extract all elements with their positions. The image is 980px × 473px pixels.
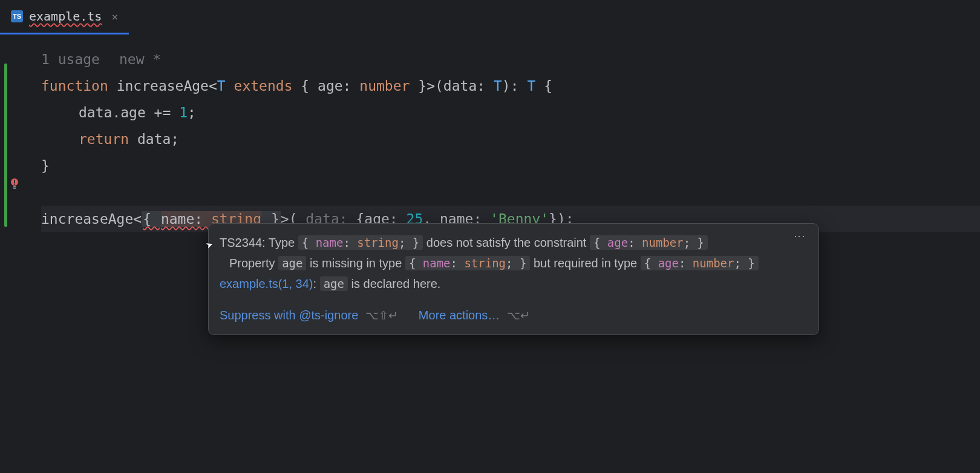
msg: is missing in type — [306, 256, 405, 270]
more-icon[interactable]: ⋮ — [789, 231, 810, 241]
tooltip-line-3: example.ts(1, 34): age is declared here. — [220, 273, 808, 294]
shortcut: ⌥⇧↵ — [365, 309, 398, 322]
err-open: { — [142, 211, 161, 227]
typescript-file-icon: TS — [11, 10, 23, 22]
svg-rect-3 — [13, 186, 16, 188]
type-chip: { name: string; } — [298, 235, 423, 250]
type-chip: { age: number; } — [641, 256, 759, 270]
generic-T: T — [217, 78, 226, 94]
call-increaseAge: increaseAge — [41, 211, 133, 227]
param-type: T — [494, 78, 502, 94]
punct: < — [133, 211, 142, 227]
punct: { — [544, 78, 552, 94]
msg: does not satisfy the constraint — [423, 236, 590, 249]
func-name: increaseAge — [117, 78, 209, 94]
tab-bar: TS example.ts × — [0, 0, 980, 35]
svg-rect-4 — [13, 188, 16, 189]
code-line[interactable]: } — [41, 152, 980, 179]
inlay-hints: 1 usagenew * — [41, 46, 980, 73]
code-area[interactable]: 1 usagenew * function increaseAge<T exte… — [41, 35, 980, 473]
type-number: number — [359, 78, 410, 94]
punct: } — [418, 78, 426, 94]
type-chip: { name: string; } — [405, 256, 531, 270]
shortcut: ⌥↵ — [507, 309, 530, 322]
code-line[interactable]: return data; — [41, 126, 980, 152]
punct: > — [426, 78, 435, 94]
kw-extends: extends — [234, 78, 293, 94]
prop-age: age — [318, 78, 343, 94]
err-prop: name — [161, 211, 194, 227]
prop-chip: age — [278, 256, 306, 270]
punct: : — [194, 211, 211, 227]
kw-return: return — [79, 131, 129, 147]
ret-type: T — [527, 78, 535, 94]
punct: { — [301, 78, 309, 94]
type-chip: { age: number; } — [590, 235, 708, 250]
error-code: TS2344 — [220, 236, 262, 249]
expr: data; — [129, 131, 179, 147]
expr: data.age += — [79, 105, 179, 120]
svg-rect-2 — [14, 184, 15, 185]
param-data: data — [443, 78, 477, 94]
punct: : — [343, 78, 351, 94]
tab-example-ts[interactable]: TS example.ts × — [0, 0, 129, 34]
msg: is declared here. — [348, 277, 440, 290]
tab-label: example.ts — [29, 9, 102, 24]
new-hint[interactable]: new * — [119, 51, 161, 67]
msg: : Type — [262, 236, 298, 249]
code-line[interactable]: function increaseAge<T extends { age: nu… — [41, 73, 980, 99]
suppress-action[interactable]: Suppress with @ts-ignore — [220, 308, 358, 322]
code-line[interactable]: data.age += 1; — [41, 99, 980, 126]
prop-chip: age — [320, 276, 348, 291]
punct: : — [477, 78, 485, 94]
vcs-change-marker[interactable] — [4, 64, 7, 227]
error-tooltip: ⋮ TS2344: Type { name: string; } does no… — [208, 223, 819, 335]
svg-rect-1 — [14, 180, 15, 183]
msg: : — [313, 277, 320, 290]
punct: < — [209, 78, 217, 94]
tooltip-actions: Suppress with @ts-ignore ⌥⇧↵ More action… — [220, 305, 808, 326]
tooltip-line-2: Property age is missing in type { name: … — [220, 253, 808, 273]
error-bulb-icon[interactable] — [10, 178, 19, 192]
msg: but required in type — [530, 256, 640, 270]
more-actions[interactable]: More actions… — [419, 308, 500, 322]
close-tab-icon[interactable]: × — [111, 10, 118, 23]
code-line-blank[interactable] — [41, 179, 980, 206]
msg: Property — [229, 256, 278, 270]
num-1: 1 — [179, 105, 188, 120]
punct: ( — [435, 78, 443, 94]
punct: } — [41, 158, 50, 174]
punct: : — [511, 78, 519, 94]
usage-hint[interactable]: 1 usage — [41, 51, 100, 67]
gutter — [0, 35, 41, 473]
kw-function: function — [41, 78, 108, 94]
punct: ) — [502, 78, 511, 94]
source-link[interactable]: example.ts(1, 34) — [220, 277, 313, 290]
tooltip-line-1: TS2344: Type { name: string; } does not … — [220, 232, 808, 253]
editor[interactable]: 1 usagenew * function increaseAge<T exte… — [0, 35, 980, 473]
punct: ; — [188, 105, 196, 120]
